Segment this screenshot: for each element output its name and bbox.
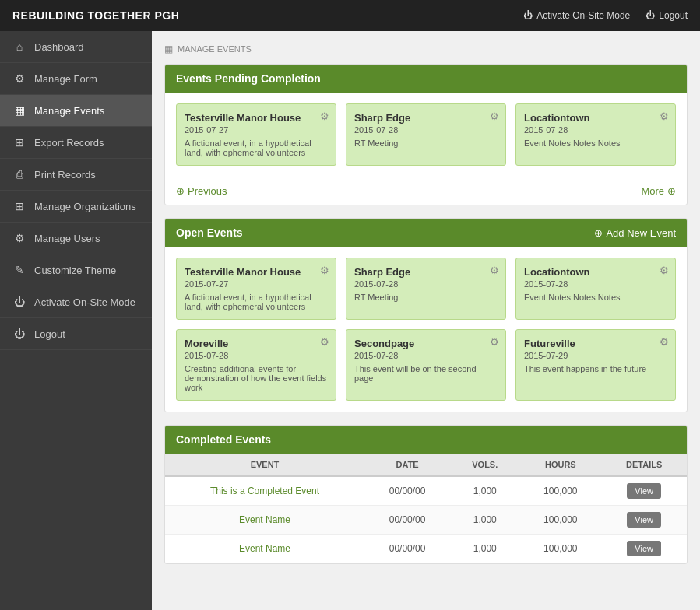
gear-icon-open-0[interactable]: ⚙: [320, 265, 329, 276]
open-event-title-5: Futureville: [524, 338, 667, 349]
completed-event-vols-2: 1,000: [450, 535, 519, 563]
gear-icon-open-4[interactable]: ⚙: [490, 336, 499, 348]
open-event-date-3: 2015-07-28: [185, 351, 328, 360]
view-button-1[interactable]: View: [627, 512, 661, 528]
sidebar-item-manage-form[interactable]: ⚙ Manage Form: [0, 63, 152, 95]
sidebar-item-activate-onsite[interactable]: ⏻ Activate On-Site Mode: [0, 286, 152, 318]
gear-icon-pending-1[interactable]: ⚙: [490, 110, 499, 122]
open-event-desc-3: Creating additional events for demonstra…: [185, 364, 328, 392]
open-event-card-5[interactable]: ⚙ Futureville 2015-07-29 This event happ…: [515, 329, 676, 401]
completed-section-header: Completed Events: [165, 426, 687, 454]
completed-event-vols-0: 1,000: [450, 476, 519, 506]
open-event-card-3[interactable]: ⚙ Moreville 2015-07-28 Creating addition…: [176, 329, 336, 401]
open-section-header: Open Events ⊕ Add New Event: [165, 219, 687, 247]
open-event-date-1: 2015-07-28: [354, 279, 498, 289]
activate-onsite-button[interactable]: ⏻ Activate On-Site Mode: [523, 10, 630, 21]
open-event-title-3: Moreville: [185, 338, 328, 349]
completed-table: EVENT DATE VOLS. HOURS DETAILS This is a…: [165, 454, 687, 563]
open-event-date-5: 2015-07-29: [524, 351, 667, 360]
more-circle-icon: ⊕: [667, 185, 676, 197]
open-event-desc-2: Event Notes Notes Notes: [524, 293, 667, 302]
logout-icon: ⏻: [645, 10, 655, 21]
toggle-icon: ⏻: [12, 296, 26, 308]
completed-event-details-1: View: [601, 506, 687, 535]
gear-icon-open-1[interactable]: ⚙: [490, 265, 499, 276]
completed-event-name-0[interactable]: This is a Completed Event: [165, 476, 364, 506]
brush-icon: ✎: [12, 264, 26, 276]
logout-header-button[interactable]: ⏻ Logout: [645, 10, 688, 21]
table-row: Event Name 00/00/00 1,000 100,000 View: [165, 506, 687, 535]
completed-section: Completed Events EVENT DATE VOLS. HOURS …: [164, 425, 688, 564]
pending-event-desc-1: RT Meeting: [354, 138, 498, 148]
view-button-2[interactable]: View: [627, 541, 661, 556]
sidebar-item-manage-users[interactable]: ⚙ Manage Users: [0, 223, 152, 254]
pending-event-card-2[interactable]: ⚙ Locationtown 2015-07-28 Event Notes No…: [515, 103, 676, 166]
gear-icon-open-3[interactable]: ⚙: [320, 336, 329, 348]
breadcrumb-icon: ▦: [164, 44, 173, 54]
prev-circle-icon: ⊕: [176, 185, 185, 197]
gear-icon-pending-2[interactable]: ⚙: [660, 110, 669, 122]
gear-icon: ⚙: [12, 72, 26, 85]
add-new-event-button[interactable]: ⊕ Add New Event: [594, 227, 676, 239]
col-vols: VOLS.: [450, 454, 519, 476]
open-event-date-4: 2015-07-28: [354, 351, 498, 360]
pending-event-card-1[interactable]: ⚙ Sharp Edge 2015-07-28 RT Meeting: [346, 103, 506, 166]
open-event-desc-0: A fictional event, in a hypothetical lan…: [185, 293, 328, 311]
completed-event-hours-0: 100,000: [519, 476, 601, 506]
open-section-body: ⚙ Testerville Manor House 2015-07-27 A f…: [165, 247, 687, 412]
gear-icon-pending-0[interactable]: ⚙: [320, 110, 329, 122]
sidebar-item-customize-theme[interactable]: ✎ Customize Theme: [0, 254, 152, 286]
col-date: DATE: [364, 454, 450, 476]
plus-circle-icon: ⊕: [594, 227, 603, 239]
open-event-grid: ⚙ Testerville Manor House 2015-07-27 A f…: [176, 258, 676, 401]
open-event-card-1[interactable]: ⚙ Sharp Edge 2015-07-28 RT Meeting: [346, 258, 506, 320]
open-event-card-4[interactable]: ⚙ Secondpage 2015-07-28 This event will …: [346, 329, 506, 401]
app-title: REBUILDING TOGETHER PGH: [12, 9, 179, 22]
previous-button[interactable]: ⊕ Previous: [176, 185, 227, 197]
view-button-0[interactable]: View: [627, 483, 661, 499]
pending-event-date-1: 2015-07-28: [354, 125, 498, 135]
table-row: This is a Completed Event 00/00/00 1,000…: [165, 476, 687, 506]
export-icon: ⊞: [12, 136, 26, 149]
sidebar-item-dashboard[interactable]: ⌂ Dashboard: [0, 31, 152, 63]
completed-event-details-0: View: [601, 476, 687, 506]
completed-event-date-1: 00/00/00: [364, 506, 450, 535]
sidebar-item-logout[interactable]: ⏻ Logout: [0, 318, 152, 350]
top-header: REBUILDING TOGETHER PGH ⏻ Activate On-Si…: [0, 0, 700, 31]
open-event-title-4: Secondpage: [354, 338, 498, 349]
col-event: EVENT: [165, 454, 364, 476]
sidebar-item-export-records[interactable]: ⊞ Export Records: [0, 127, 152, 159]
open-event-card-0[interactable]: ⚙ Testerville Manor House 2015-07-27 A f…: [176, 258, 336, 320]
pending-section-header: Events Pending Completion: [165, 65, 687, 93]
pending-event-card-0[interactable]: ⚙ Testerville Manor House 2015-07-27 A f…: [176, 103, 336, 166]
sidebar-item-manage-organizations[interactable]: ⊞ Manage Organizations: [0, 191, 152, 223]
sidebar-item-manage-events[interactable]: ▦ Manage Events: [0, 95, 152, 127]
open-section: Open Events ⊕ Add New Event ⚙ Testervill…: [164, 218, 688, 412]
open-event-title-2: Locationtown: [524, 266, 667, 278]
print-icon: ⎙: [12, 168, 26, 181]
pending-event-title-2: Locationtown: [524, 112, 667, 124]
sidebar: ⌂ Dashboard ⚙ Manage Form ▦ Manage Event…: [0, 31, 152, 610]
gear-icon-open-2[interactable]: ⚙: [660, 265, 669, 276]
more-button[interactable]: More ⊕: [641, 185, 676, 197]
open-event-desc-4: This event will be on the second page: [354, 364, 498, 383]
home-icon: ⌂: [12, 40, 26, 53]
open-event-date-2: 2015-07-28: [524, 279, 667, 289]
completed-event-name-1[interactable]: Event Name: [165, 506, 364, 535]
pending-event-date-2: 2015-07-28: [524, 125, 667, 135]
gear-icon-open-5[interactable]: ⚙: [660, 336, 669, 348]
users-icon: ⚙: [12, 232, 26, 244]
sidebar-item-print-records[interactable]: ⎙ Print Records: [0, 159, 152, 191]
main-layout: ⌂ Dashboard ⚙ Manage Form ▦ Manage Event…: [0, 31, 700, 610]
completed-event-name-2[interactable]: Event Name: [165, 535, 364, 563]
toggle-icon: ⏻: [523, 10, 533, 21]
completed-event-details-2: View: [601, 535, 687, 563]
pending-event-grid: ⚙ Testerville Manor House 2015-07-27 A f…: [176, 103, 676, 166]
breadcrumb: ▦ MANAGE EVENTS: [164, 44, 688, 54]
open-event-card-2[interactable]: ⚙ Locationtown 2015-07-28 Event Notes No…: [515, 258, 676, 320]
completed-event-hours-2: 100,000: [519, 535, 601, 563]
open-event-desc-1: RT Meeting: [354, 293, 498, 302]
pending-section: Events Pending Completion ⚙ Testerville …: [164, 64, 688, 205]
open-event-desc-5: This event happens in the future: [524, 364, 667, 373]
pending-event-desc-0: A fictional event, in a hypothetical lan…: [185, 138, 328, 157]
